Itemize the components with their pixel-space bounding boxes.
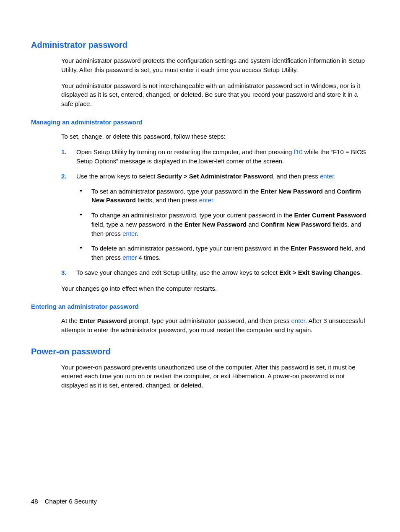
key-enter: enter <box>291 317 305 324</box>
text: At the <box>61 317 79 324</box>
text: Open Setup Utility by turning on or rest… <box>76 148 294 155</box>
text: and <box>323 188 337 195</box>
section-body: Your power-on password prevents unauthor… <box>61 363 371 390</box>
list-item: To set an administrator password, type y… <box>91 187 371 205</box>
step-3: To save your changes and exit Setup Util… <box>76 268 371 277</box>
list-item: To change an administrator password, typ… <box>91 211 371 238</box>
page-content: Administrator password Your administrato… <box>0 0 400 390</box>
heading-managing-admin-password: Managing an administrator password <box>31 118 371 127</box>
paragraph: To set, change, or delete this password,… <box>61 132 371 141</box>
page-footer: 48Chapter 6 Security <box>31 497 97 506</box>
heading-entering-admin-password: Entering an administrator password <box>31 302 371 311</box>
bold-text: Confirm New Password <box>261 221 331 228</box>
key-enter: enter <box>320 173 334 180</box>
paragraph: Your administrator password is not inter… <box>61 81 371 108</box>
page-number: 48 <box>31 498 38 505</box>
heading-administrator-password: Administrator password <box>31 39 371 51</box>
key-enter: enter <box>122 230 136 237</box>
step-1: Open Setup Utility by turning on or rest… <box>76 147 371 166</box>
section-body: Your changes go into effect when the com… <box>61 284 371 293</box>
text: . <box>213 196 215 204</box>
bold-text: Enter New Password <box>184 221 247 228</box>
text: . <box>137 230 138 237</box>
bold-text: Enter Password <box>79 317 127 324</box>
text: . <box>334 173 335 180</box>
list-item: To delete an administrator password, typ… <box>91 244 371 262</box>
text: prompt, type your administrator password… <box>127 317 291 324</box>
text: , and then press <box>273 173 320 180</box>
text: and <box>247 221 260 228</box>
text: Use the arrow keys to select <box>76 173 157 180</box>
paragraph: Your power-on password prevents unauthor… <box>61 363 371 390</box>
bullet-list: To set an administrator password, type y… <box>76 187 371 262</box>
section-body: Your administrator password protects the… <box>61 56 371 108</box>
paragraph: Your changes go into effect when the com… <box>61 284 371 293</box>
text: 4 times. <box>137 254 161 261</box>
text: To change an administrator password, typ… <box>91 212 294 219</box>
step-2: Use the arrow keys to select Security > … <box>76 172 371 262</box>
key-f10: f10 <box>294 148 303 155</box>
section-body: To set, change, or delete this password,… <box>61 132 371 141</box>
section-body: At the Enter Password prompt, type your … <box>61 316 371 335</box>
bold-text: Enter Current Password <box>294 212 366 219</box>
key-enter: enter <box>122 254 137 261</box>
paragraph: At the Enter Password prompt, type your … <box>61 316 371 335</box>
ordered-steps: Open Setup Utility by turning on or rest… <box>31 147 371 277</box>
heading-power-on-password: Power-on password <box>31 346 371 358</box>
bold-text: Enter New Password <box>261 188 323 195</box>
key-enter: enter <box>199 196 213 204</box>
chapter-label: Chapter 6 Security <box>45 498 97 505</box>
paragraph: Your administrator password protects the… <box>61 56 371 75</box>
bold-text: Security > Set Administrator Password <box>157 173 273 180</box>
text: field, type a new password in the <box>91 221 184 228</box>
text: fields, and then press <box>136 196 199 204</box>
text: To save your changes and exit Setup Util… <box>76 269 279 276</box>
text: To delete an administrator password, typ… <box>91 245 291 252</box>
bold-text: Enter Password <box>291 245 338 252</box>
text: . <box>360 269 362 276</box>
text: To set an administrator password, type y… <box>91 188 261 195</box>
bold-text: Exit > Exit Saving Changes <box>279 269 360 276</box>
